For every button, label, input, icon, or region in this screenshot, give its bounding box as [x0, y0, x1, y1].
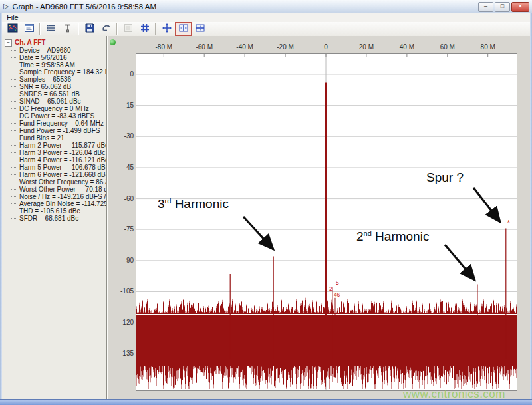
toolbar-separator	[78, 23, 79, 35]
menu-file[interactable]: File	[2, 13, 23, 22]
spur-label-arrow	[473, 188, 500, 222]
tree-item[interactable]: DC Power = -83.43 dBFS	[10, 112, 106, 120]
tree-item[interactable]: Noise / Hz = -149.216 dBFS / Hz	[10, 193, 106, 200]
tree-item[interactable]: Harm 5 Power = -106.678 dBc	[10, 164, 106, 171]
list-view-icon	[46, 23, 57, 36]
tree-item[interactable]: Worst Other Power = -70.18 dBFS	[10, 186, 106, 193]
tree-item[interactable]: Fund Frequency = 0.64 MHz	[10, 120, 106, 127]
toolbar	[2, 22, 530, 37]
tree-item[interactable]: Harm 4 Power = -116.121 dBc	[10, 156, 106, 164]
tree-item[interactable]: Fund Bins = 21	[10, 134, 106, 142]
split-horizontal-button[interactable]	[175, 22, 192, 36]
probe-cursor-button[interactable]	[59, 22, 76, 36]
x-tick-label: 80 M	[473, 43, 503, 51]
split-horizontal-icon	[178, 23, 189, 36]
toolbar-separator	[155, 23, 156, 35]
tree-item[interactable]: SFDR = 68.681 dBc	[10, 215, 106, 222]
toolbar-separator	[39, 23, 41, 35]
app-icon: ▷	[3, 3, 9, 10]
tree-item[interactable]: Time = 9:58:58 AM	[10, 61, 106, 68]
y-tick-label: -60	[104, 195, 134, 202]
fft-plot[interactable]: *5246	[136, 53, 517, 391]
save-button[interactable]	[81, 22, 98, 36]
y-tick-label: -15	[104, 102, 134, 109]
x-tick-label: -60 M	[190, 43, 219, 51]
tree-root[interactable]: − Ch. A FFT	[5, 39, 106, 47]
tree-item[interactable]: Harm 2 Power = -115.877 dBc	[10, 142, 106, 149]
grid-pane-icon	[140, 23, 150, 36]
tree-item[interactable]: Device = AD9680	[10, 47, 106, 54]
maximize-button[interactable]: □	[495, 2, 510, 12]
tree-item[interactable]: Sample Frequency = 184.32 MHz	[10, 68, 106, 76]
grid-pane-button[interactable]	[136, 22, 153, 36]
fft-chart-icon	[7, 23, 18, 36]
tree-item[interactable]: SINAD = 65.061 dBc	[10, 98, 106, 105]
x-tick-label: 60 M	[433, 43, 462, 51]
tree-item[interactable]: Worst Other Frequency = 86.31 MHz	[10, 178, 106, 186]
watermark: www.cntronics.com	[403, 388, 505, 401]
save-icon	[84, 23, 95, 36]
x-tick-label: -20 M	[271, 43, 300, 51]
y-tick-label: -120	[104, 319, 134, 326]
third-harmonic-label: 3rd Harmonic	[158, 197, 229, 211]
measurement-tree-panel: − Ch. A FFT Device = AD9680Date = 5/6/20…	[2, 36, 107, 400]
split-vertical-icon	[195, 23, 205, 36]
tree-item[interactable]: Harm 6 Power = -121.668 dBc	[10, 171, 106, 178]
tree-item[interactable]: Average Bin Noise = -114.725 dBFS	[10, 200, 106, 207]
y-tick-label: -90	[104, 257, 134, 264]
application-window: ▷ Graph - AD9680 FFT 5/6/2016 9:58:58 AM…	[0, 0, 532, 405]
tree-collapse-icon[interactable]: −	[5, 39, 12, 47]
single-pane-icon	[123, 23, 134, 36]
third-harmonic-label-arrow	[243, 217, 273, 249]
tree-item[interactable]: SNR = 65.062 dB	[10, 83, 106, 90]
second-harmonic-label: 2nd Harmonic	[356, 229, 429, 244]
x-tick-label: 0	[311, 43, 340, 51]
bin-marker: 2	[329, 285, 332, 292]
split-vertical-button[interactable]	[192, 22, 208, 36]
y-tick-label: -105	[104, 287, 134, 295]
x-tick-label: -40 M	[230, 43, 259, 51]
x-tick-label: -80 M	[149, 43, 178, 51]
y-tick-label: 0	[104, 70, 134, 78]
tree-item[interactable]: THD = -105.615 dBc	[10, 207, 106, 215]
single-pane-button[interactable]	[120, 22, 136, 36]
window-controls: – □ ×	[478, 2, 529, 12]
second-harmonic-label-arrow	[445, 245, 475, 280]
close-button[interactable]: ×	[511, 2, 529, 12]
title-bar[interactable]: ▷ Graph - AD9680 FFT 5/6/2016 9:58:58 AM	[0, 0, 532, 13]
window-left-border	[0, 13, 2, 400]
x-tick-label: 20 M	[352, 43, 381, 51]
minimize-button[interactable]: –	[478, 2, 493, 12]
probe-cursor-icon	[63, 23, 73, 36]
fft-chart-button[interactable]	[4, 22, 21, 36]
tree-item[interactable]: DC Frequency = 0 MHz	[10, 105, 106, 112]
spur-label: Spur ?	[426, 170, 464, 185]
window-title: Graph - AD9680 FFT 5/6/2016 9:58:58 AM	[12, 3, 156, 11]
bin-marker: 46	[334, 291, 340, 298]
y-tick-label: -30	[104, 132, 134, 140]
tree-item[interactable]: Samples = 65536	[10, 76, 106, 83]
y-tick-label: -75	[104, 225, 134, 233]
bin-marker: 5	[336, 279, 339, 286]
pan-arrows-icon	[162, 23, 172, 36]
tree-item[interactable]: Date = 5/6/2016	[10, 54, 106, 61]
tree-root-label: Ch. A FFT	[15, 39, 45, 47]
tree-item[interactable]: SNRFS = 66.561 dB	[10, 90, 106, 98]
spur-marker: *	[507, 219, 511, 227]
list-view-button[interactable]	[43, 22, 59, 36]
tree-item[interactable]: Harm 3 Power = -126.04 dBc	[10, 149, 106, 156]
export-icon	[101, 23, 112, 36]
form-view-icon	[24, 23, 35, 36]
toolbar-separator	[116, 23, 118, 35]
y-tick-label: -45	[104, 164, 134, 171]
menu-bar: File	[2, 13, 530, 23]
export-button[interactable]	[98, 22, 114, 36]
tree-item[interactable]: Fund Power = -1.499 dBFS	[10, 127, 106, 134]
tree-items: Device = AD9680Date = 5/6/2016Time = 9:5…	[10, 47, 106, 222]
form-view-button[interactable]	[21, 22, 37, 36]
pan-arrows-button[interactable]	[158, 22, 175, 36]
run-indicator-icon	[110, 39, 116, 45]
y-tick-label: -135	[104, 350, 134, 357]
x-tick-label: 40 M	[392, 43, 422, 51]
